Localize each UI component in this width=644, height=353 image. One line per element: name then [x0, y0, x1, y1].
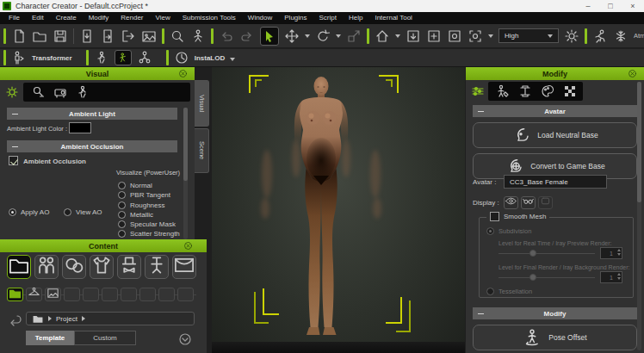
final-level-slider[interactable]	[498, 273, 595, 282]
content-subcategory-empty[interactable]	[83, 288, 99, 301]
texture-tab-icon[interactable]	[562, 84, 578, 99]
spin-down-icon[interactable]	[617, 277, 621, 280]
spin-up-icon[interactable]	[617, 249, 621, 251]
slider-thumb[interactable]	[529, 274, 536, 281]
visualize-normal-radio[interactable]	[118, 182, 126, 189]
ambient-occlusion-section-header[interactable]: Ambient Occlusion	[7, 140, 177, 152]
tessellation-radio[interactable]	[486, 288, 494, 295]
menu-help[interactable]: Help	[343, 12, 368, 24]
visualize-scatter-strength-radio[interactable]	[118, 230, 126, 238]
vertical-tab-visual[interactable]: Visual	[195, 80, 209, 127]
content-subcategory-folder[interactable]	[7, 288, 23, 301]
pose-tab-icon[interactable]	[75, 84, 90, 100]
apply-ao-radio[interactable]	[9, 208, 16, 216]
export-character-icon[interactable]	[121, 28, 136, 44]
visual-close-icon[interactable]	[178, 69, 188, 78]
atmosphere-icon[interactable]	[613, 28, 629, 44]
breadcrumb[interactable]: Project	[26, 312, 195, 325]
content-category-stage[interactable]	[172, 255, 196, 279]
transformer-label[interactable]: Transformer	[32, 54, 72, 62]
final-level-spinner[interactable]: 1	[600, 271, 622, 283]
proportion-tab-icon[interactable]	[517, 84, 533, 99]
content-category-accessory[interactable]	[117, 255, 141, 279]
content-category-project[interactable]	[7, 255, 31, 279]
viewport-3d[interactable]	[212, 67, 465, 353]
ambient-light-section-header[interactable]: Ambient Light	[7, 108, 177, 120]
ambient-occlusion-checkbox[interactable]	[9, 156, 18, 165]
select-tool-button[interactable]	[260, 27, 279, 46]
instalod-icon[interactable]	[174, 50, 189, 65]
load-default-icon[interactable]	[406, 28, 421, 44]
realtime-level-spinner[interactable]: 1	[600, 247, 622, 259]
tab-template[interactable]: Template	[26, 331, 74, 345]
visualize-pbr-tangent-radio[interactable]	[118, 191, 126, 199]
content-subcategory-empty[interactable]	[64, 288, 80, 301]
content-subcategory-empty[interactable]	[102, 288, 118, 301]
material-tab-icon[interactable]	[540, 84, 555, 99]
skeleton-hierarchy-icon[interactable]	[137, 50, 152, 65]
menu-file[interactable]: File	[3, 12, 26, 24]
menu-view[interactable]: View	[150, 12, 176, 24]
calibration-pose-icon[interactable]	[190, 28, 206, 44]
light-tab-icon[interactable]	[30, 84, 46, 100]
modify-close-icon[interactable]	[628, 69, 637, 78]
menu-create[interactable]: Create	[50, 12, 83, 24]
content-category-cloth[interactable]	[90, 255, 114, 279]
view-ao-radio[interactable]	[64, 208, 71, 216]
subdivision-radio[interactable]	[486, 227, 494, 235]
breadcrumb-back-icon[interactable]	[7, 312, 22, 327]
zoom-avatar-icon[interactable]	[170, 28, 185, 44]
visualize-roughness-radio[interactable]	[118, 201, 126, 209]
avatar-name-field[interactable]: CC3_Base Female	[504, 175, 607, 189]
modify-scrollbar[interactable]	[637, 82, 641, 350]
visualize-metallic-radio[interactable]	[118, 211, 126, 219]
load-neutral-base-button[interactable]: Load Neutral Base	[473, 122, 637, 148]
export-file-icon[interactable]	[100, 28, 115, 44]
menu-window[interactable]: Window	[242, 12, 278, 24]
display-extra-button[interactable]	[538, 196, 553, 209]
move-tool-caret-icon[interactable]	[305, 34, 310, 38]
tab-custom[interactable]: Custom	[74, 331, 136, 345]
spin-down-icon[interactable]	[617, 253, 621, 256]
home-camera-caret-icon[interactable]	[395, 34, 400, 38]
import-file-icon[interactable]	[79, 28, 95, 44]
display-glasses-button[interactable]	[521, 196, 536, 209]
rotate-tool-icon[interactable]	[315, 28, 331, 44]
menu-script[interactable]: Script	[313, 12, 343, 24]
display-eye-button[interactable]	[504, 196, 518, 209]
content-subcategory-empty[interactable]	[121, 288, 137, 301]
smooth-mesh-checkbox[interactable]	[490, 212, 499, 221]
menu-modify[interactable]: Modify	[83, 12, 115, 24]
spin-up-icon[interactable]	[617, 273, 621, 276]
maximize-button[interactable]: □	[599, 0, 622, 12]
edit-pose-icon[interactable]	[94, 50, 109, 65]
scale-tool-icon[interactable]	[346, 28, 362, 44]
content-close-icon[interactable]	[183, 241, 193, 251]
visual-scrollbar[interactable]	[183, 108, 188, 239]
avatar-section-header[interactable]: Avatar	[473, 105, 637, 117]
menu-edit[interactable]: Edit	[26, 12, 50, 24]
motion-blur-icon[interactable]	[592, 28, 608, 44]
content-subcategory-hanger[interactable]	[26, 288, 42, 301]
home-camera-icon[interactable]	[375, 28, 390, 44]
content-category-actor[interactable]	[34, 255, 59, 279]
content-category-prop[interactable]	[145, 255, 169, 279]
modify-section-header[interactable]: Modify	[473, 307, 637, 319]
menu-plugins[interactable]: Plugins	[278, 12, 313, 24]
realtime-level-slider[interactable]	[498, 249, 595, 257]
content-category-material[interactable]	[62, 255, 86, 279]
rotate-tool-caret-icon[interactable]	[336, 34, 341, 38]
pose-offset-button[interactable]: Pose Offset	[473, 325, 637, 350]
content-subcategory-empty[interactable]	[139, 288, 156, 301]
minimize-button[interactable]: –	[577, 0, 599, 12]
center-view-icon[interactable]	[426, 28, 442, 44]
menu-internal-tool[interactable]: Internal Tool	[368, 12, 418, 24]
content-subcategory-image[interactable]	[45, 288, 61, 301]
frame-caret-icon[interactable]	[488, 34, 493, 38]
menu-submission-tools[interactable]: Submission Tools	[176, 12, 242, 24]
expand-tabs-icon[interactable]	[177, 331, 193, 347]
breadcrumb-root-label[interactable]: Project	[56, 315, 77, 323]
instalod-caret-icon[interactable]	[230, 58, 235, 61]
content-subcategory-empty[interactable]	[177, 288, 194, 301]
projector-tab-icon[interactable]	[53, 84, 68, 100]
